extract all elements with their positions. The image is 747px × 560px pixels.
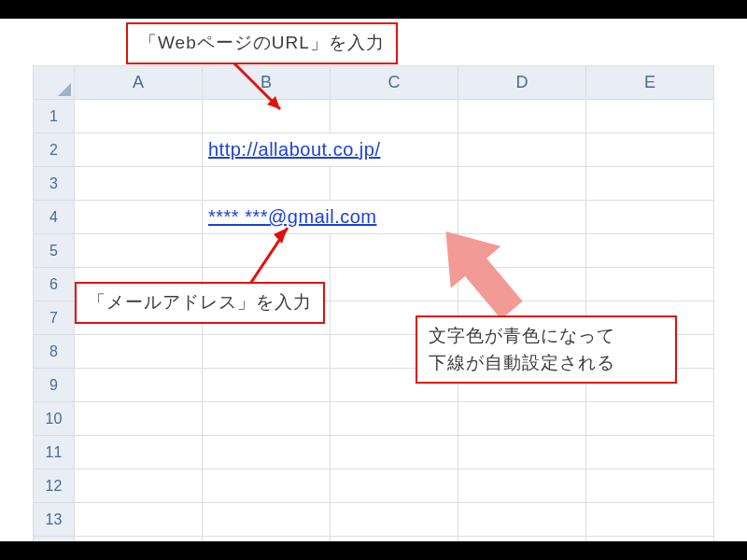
cell-B9[interactable] <box>203 369 331 402</box>
column-header-row: A B C D E <box>34 66 714 100</box>
row-header-6[interactable]: 6 <box>34 268 75 301</box>
row-12: 12 <box>34 469 714 503</box>
cell-D10[interactable] <box>458 402 586 436</box>
cell-A2[interactable] <box>75 133 203 167</box>
cell-B10[interactable] <box>203 402 331 436</box>
cell-C11[interactable] <box>331 436 458 469</box>
row-3: 3 <box>34 167 714 201</box>
cell-B3[interactable] <box>203 167 331 201</box>
row-header-10[interactable]: 10 <box>34 402 75 436</box>
cell-A8[interactable] <box>75 335 203 369</box>
col-header-A[interactable]: A <box>75 66 203 100</box>
cell-E12[interactable] <box>586 469 714 503</box>
cell-C13[interactable] <box>331 503 458 537</box>
arrow-to-email-cell-icon <box>250 220 325 286</box>
cell-C1[interactable] <box>331 100 458 133</box>
cell-B11[interactable] <box>203 436 331 469</box>
cell-E10[interactable] <box>586 402 714 436</box>
row-2: 2 http://allabout.co.jp/ <box>34 133 714 167</box>
big-arrow-to-hyperlink-icon <box>426 218 538 330</box>
cell-A4[interactable] <box>75 201 203 234</box>
cell-B8[interactable] <box>203 335 331 369</box>
arrow-to-url-cell-icon <box>224 58 317 123</box>
annotation-auto-format: 文字色が青色になって下線が自動設定される <box>416 315 677 384</box>
cell-E2[interactable] <box>586 133 714 167</box>
row-header-8[interactable]: 8 <box>34 335 75 369</box>
row-5: 5 <box>34 234 714 268</box>
cell-D3[interactable] <box>458 167 586 201</box>
cell-B4[interactable]: **** ***@gmail.com <box>203 201 458 234</box>
letterbox-bottom <box>0 541 747 560</box>
hyperlink-url[interactable]: http://allabout.co.jp/ <box>208 139 380 160</box>
row-header-9[interactable]: 9 <box>34 369 75 402</box>
cell-A11[interactable] <box>75 436 203 469</box>
row-13: 13 <box>34 503 714 537</box>
cell-A1[interactable] <box>75 100 203 133</box>
col-header-D[interactable]: D <box>458 66 586 100</box>
letterbox-top <box>0 0 747 19</box>
cell-E4[interactable] <box>586 201 714 234</box>
cell-E5[interactable] <box>586 234 714 268</box>
row-1: 1 <box>34 100 714 133</box>
row-header-3[interactable]: 3 <box>34 167 75 201</box>
annotation-mail-input: 「メールアドレス」を入力 <box>75 282 325 324</box>
cell-D11[interactable] <box>458 436 586 469</box>
row-header-4[interactable]: 4 <box>34 201 75 234</box>
cell-B13[interactable] <box>203 503 331 537</box>
row-header-1[interactable]: 1 <box>34 100 75 133</box>
row-4: 4 **** ***@gmail.com <box>34 201 714 234</box>
row-header-12[interactable]: 12 <box>34 469 75 503</box>
cell-A5[interactable] <box>75 234 203 268</box>
cell-D1[interactable] <box>458 100 586 133</box>
cell-A9[interactable] <box>75 369 203 402</box>
row-header-2[interactable]: 2 <box>34 133 75 167</box>
cell-C10[interactable] <box>331 402 458 436</box>
cell-A13[interactable] <box>75 503 203 537</box>
cell-B12[interactable] <box>203 469 331 503</box>
cell-E3[interactable] <box>586 167 714 201</box>
cell-D13[interactable] <box>458 503 586 537</box>
cell-A3[interactable] <box>75 167 203 201</box>
cell-E13[interactable] <box>586 503 714 537</box>
cell-A10[interactable] <box>75 402 203 436</box>
cell-D12[interactable] <box>458 469 586 503</box>
corner-triangle-icon <box>58 83 71 96</box>
cell-B2[interactable]: http://allabout.co.jp/ <box>203 133 458 167</box>
row-11: 11 <box>34 436 714 469</box>
svg-marker-4 <box>426 218 537 330</box>
cell-A12[interactable] <box>75 469 203 503</box>
cell-E1[interactable] <box>586 100 714 133</box>
row-header-13[interactable]: 13 <box>34 503 75 537</box>
row-header-5[interactable]: 5 <box>34 234 75 268</box>
cell-E6[interactable] <box>586 268 714 301</box>
row-10: 10 <box>34 402 714 436</box>
select-all-corner[interactable] <box>34 66 75 100</box>
cell-D2[interactable] <box>458 133 586 167</box>
cell-C3[interactable] <box>331 167 458 201</box>
cell-E11[interactable] <box>586 436 714 469</box>
row-header-11[interactable]: 11 <box>34 436 75 469</box>
col-header-E[interactable]: E <box>586 66 714 100</box>
col-header-C[interactable]: C <box>331 66 458 100</box>
cell-C12[interactable] <box>331 469 458 503</box>
row-header-7[interactable]: 7 <box>34 301 75 335</box>
svg-marker-3 <box>274 228 288 244</box>
annotation-url-input: 「WebページのURL」を入力 <box>126 22 398 64</box>
